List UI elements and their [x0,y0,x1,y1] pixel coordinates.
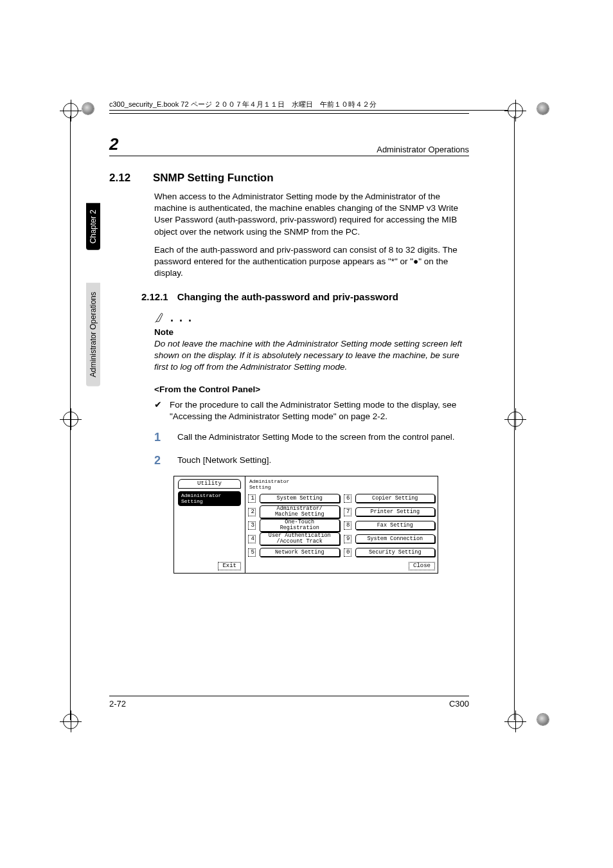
screenshot-right-column: Administrator Setting 1 System Setting 6… [245,476,438,573]
model-name: C300 [449,699,469,709]
user-auth-account-track-button[interactable]: User Authentication /Account Track [260,532,340,546]
exit-button[interactable]: Exit [218,562,241,570]
section-number: 2.12 [109,172,141,185]
section-title: SNMP Setting Function [153,172,274,185]
item-number: 9 [344,535,351,543]
network-setting-button[interactable]: Network Setting [260,548,340,557]
item-number: 1 [248,494,256,503]
registration-mark [63,714,78,729]
step-1: 1 Call the Administrator Setting Mode to… [154,429,469,445]
section-paragraph: Each of the auth-password and priv-passw… [154,244,469,280]
page-footer: 2-72 C300 [109,696,469,709]
system-setting-button[interactable]: System Setting [260,494,340,503]
corner-dot [537,103,549,114]
panel-header: <From the Control Panel> [154,384,469,394]
side-tab-section: Administrator Operations [86,283,100,386]
check-icon: ✔ [154,399,163,422]
printer-setting-button[interactable]: Printer Setting [355,507,436,516]
item-number: 5 [248,548,256,557]
settings-grid: 1 System Setting 6 Copier Setting 2 Admi… [248,493,435,558]
one-touch-registration-button[interactable]: One-Touch Registration [260,519,340,532]
page-body: c300_security_E.book 72 ページ ２００７年４月１１日 水… [109,100,469,574]
item-number: 6 [344,494,351,503]
note-body: Do not leave the machine with the Admini… [154,338,469,374]
page-number: 2-72 [109,699,126,709]
close-button[interactable]: Close [409,562,435,570]
book-header: c300_security_E.book 72 ページ ２００７年４月１１日 水… [109,100,469,113]
registration-mark [508,411,523,427]
item-number: 2 [248,508,256,516]
tab-utility[interactable]: Utility [178,479,241,489]
system-connection-button[interactable]: System Connection [355,534,436,543]
device-screenshot: Utility Administrator Setting Exit Admin… [173,476,438,574]
note-icon: . . . [154,311,193,324]
subsection-number: 2.12.1 [141,291,168,302]
step-number: 2 [154,453,163,468]
item-number: 8 [344,521,351,530]
security-setting-button[interactable]: Security Setting [355,548,436,557]
item-number: 0 [344,548,351,557]
panel-title: Administrator Setting [249,479,435,490]
chapter-title: Administrator Operations [377,145,469,154]
registration-mark [508,714,523,729]
step-2: 2 Touch [Network Setting]. [154,453,469,468]
corner-dot [82,103,94,114]
step-text: Call the Administrator Setting Mode to t… [177,429,469,445]
tab-admin-setting[interactable]: Administrator Setting [178,491,241,506]
subsection-heading: 2.12.1 Changing the auth-password and pr… [141,291,469,302]
item-number: 3 [248,521,256,530]
step-text: Touch [Network Setting]. [177,453,469,468]
registration-mark [63,411,78,427]
subsection-title: Changing the auth-password and priv-pass… [177,291,398,302]
copier-setting-button[interactable]: Copier Setting [355,494,436,503]
registration-mark [63,103,78,118]
corner-dot [537,714,549,725]
book-header-rule [109,113,469,114]
item-number: 4 [248,535,256,543]
check-bullet: ✔ For the procedure to call the Administ… [154,399,469,422]
note-heading: Note [154,327,469,337]
step-number: 1 [154,429,163,445]
admin-machine-setting-button[interactable]: Administrator/ Machine Setting [260,505,340,519]
running-head: 2 Administrator Operations [109,134,469,156]
registration-mark [508,103,523,118]
screenshot-left-column: Utility Administrator Setting Exit [174,476,245,573]
chapter-number: 2 [109,134,118,154]
note-block: . . . Note Do not leave the machine with… [154,311,469,374]
item-number: 7 [344,508,351,516]
fax-setting-button[interactable]: Fax Setting [355,521,436,530]
bullet-text: For the procedure to call the Administra… [170,399,469,422]
section-paragraph: When access to the Administrator Setting… [154,191,469,238]
section-heading: 2.12 SNMP Setting Function [109,172,469,185]
side-tab-chapter: Chapter 2 [86,203,100,250]
